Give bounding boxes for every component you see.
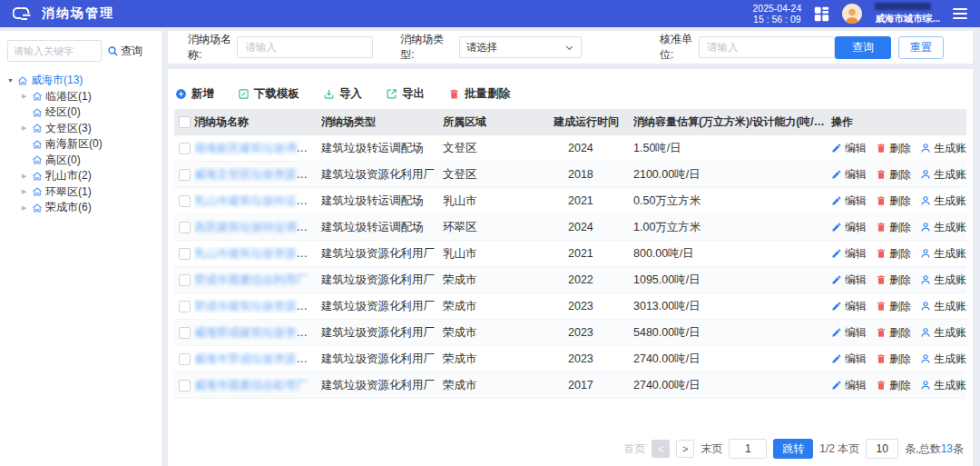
delete-button[interactable]: 删除 bbox=[876, 378, 911, 393]
row-checkbox[interactable] bbox=[179, 380, 191, 392]
generate-account-button[interactable]: 生成账号 bbox=[920, 193, 966, 209]
page-number-input[interactable] bbox=[729, 439, 767, 459]
site-name-link[interactable]: 威海市固废综合处理厂 bbox=[194, 379, 308, 392]
row-checkbox[interactable] bbox=[179, 169, 191, 181]
table-toolbar: 新增 下载模板 导入 导出 批量删除 bbox=[168, 69, 973, 109]
edit-pencil-icon bbox=[831, 143, 842, 154]
import-button[interactable]: 导入 bbox=[323, 86, 362, 102]
tree-node[interactable]: ▼威海市(13) bbox=[7, 73, 154, 89]
sidebar-search-input[interactable] bbox=[7, 40, 102, 62]
tree-node[interactable]: ▶荣成市(6) bbox=[7, 200, 154, 216]
site-name-link[interactable]: 荣成市固废综合利用厂 bbox=[194, 273, 308, 286]
row-checkbox[interactable] bbox=[179, 143, 191, 154]
approve-unit-filter-input[interactable] bbox=[699, 36, 835, 58]
reset-button[interactable]: 重置 bbox=[898, 36, 944, 59]
delete-button[interactable]: 删除 bbox=[876, 299, 911, 314]
caret-right-icon[interactable]: ▶ bbox=[22, 93, 32, 100]
row-checkbox[interactable] bbox=[179, 327, 191, 339]
edit-button[interactable]: 编辑 bbox=[831, 325, 867, 341]
generate-account-button[interactable]: 生成账号 bbox=[920, 220, 966, 235]
download-template-button[interactable]: 下载模板 bbox=[238, 86, 299, 102]
tree-node-label: 高区(0) bbox=[45, 153, 81, 168]
jump-button[interactable]: 跳转 bbox=[773, 439, 813, 459]
row-checkbox[interactable] bbox=[179, 353, 191, 365]
user-info[interactable]: 威海市城市综... bbox=[875, 3, 940, 25]
site-type-select[interactable]: 请选择 bbox=[459, 36, 582, 58]
tree-node[interactable]: ▶临港区(1) bbox=[7, 89, 154, 105]
batch-delete-button[interactable]: 批量删除 bbox=[448, 86, 510, 102]
generate-account-button[interactable]: 生成账号 bbox=[920, 246, 966, 262]
site-name-filter-input[interactable] bbox=[237, 36, 373, 58]
tree-node[interactable]: 高区(0) bbox=[7, 153, 154, 169]
menu-icon[interactable] bbox=[953, 8, 967, 19]
pagination-last[interactable]: 末页 bbox=[701, 441, 722, 457]
edit-button[interactable]: 编辑 bbox=[831, 220, 867, 235]
delete-button[interactable]: 删除 bbox=[876, 273, 911, 288]
tree-node[interactable]: 南海新区(0) bbox=[7, 136, 154, 153]
pagination-next-button[interactable]: > bbox=[676, 440, 694, 458]
delete-button[interactable]: 删除 bbox=[876, 193, 911, 209]
generate-account-button[interactable]: 生成账号 bbox=[920, 167, 966, 183]
site-name-link[interactable]: 南海新区建筑垃圾调配场 bbox=[194, 142, 319, 154]
generate-account-button[interactable]: 生成账号 bbox=[920, 352, 966, 367]
site-name-link[interactable]: 威海荣成建筑垃圾资源化厂 bbox=[194, 326, 321, 339]
caret-right-icon[interactable]: ▶ bbox=[22, 124, 32, 132]
select-all-checkbox[interactable] bbox=[179, 116, 191, 128]
page-size-input[interactable] bbox=[866, 439, 898, 459]
caret-right-icon[interactable]: ▶ bbox=[22, 173, 32, 180]
sidebar-search-button[interactable]: 查询 bbox=[107, 44, 142, 59]
site-name-link[interactable]: 高区建筑垃圾转运调配场一处 bbox=[194, 221, 321, 233]
row-checkbox[interactable] bbox=[179, 274, 191, 286]
row-checkbox[interactable] bbox=[179, 301, 191, 312]
delete-button[interactable]: 删除 bbox=[876, 246, 911, 262]
edit-button[interactable]: 编辑 bbox=[831, 273, 867, 288]
delete-button[interactable]: 删除 bbox=[876, 352, 911, 367]
generate-account-button[interactable]: 生成账号 bbox=[920, 378, 966, 393]
generate-account-button[interactable]: 生成账号 bbox=[920, 325, 966, 341]
generate-account-button[interactable]: 生成账号 bbox=[920, 141, 966, 156]
edit-button[interactable]: 编辑 bbox=[831, 167, 867, 183]
col-region: 所属区域 bbox=[443, 114, 554, 130]
pagination-first[interactable]: 首页 bbox=[623, 441, 645, 457]
page-title: 消纳场管理 bbox=[42, 5, 114, 22]
pagination-prev-button[interactable]: < bbox=[652, 440, 670, 458]
user-avatar[interactable] bbox=[842, 4, 862, 24]
export-button[interactable]: 导出 bbox=[386, 86, 425, 102]
edit-button[interactable]: 编辑 bbox=[831, 299, 867, 314]
caret-right-icon[interactable]: ▶ bbox=[22, 204, 32, 212]
cell-region: 荣成市 bbox=[443, 273, 554, 288]
add-button[interactable]: 新增 bbox=[175, 86, 214, 102]
edit-button[interactable]: 编辑 bbox=[831, 352, 867, 367]
row-checkbox[interactable] bbox=[179, 248, 191, 260]
row-checkbox[interactable] bbox=[179, 222, 191, 233]
cell-region: 荣成市 bbox=[443, 299, 554, 314]
delete-button[interactable]: 删除 bbox=[876, 167, 911, 183]
tree-node[interactable]: ▶文登区(3) bbox=[7, 121, 154, 137]
site-name-link[interactable]: 乳山市建筑垃圾资源化利用厂 bbox=[194, 247, 321, 260]
caret-down-icon[interactable]: ▼ bbox=[7, 77, 17, 84]
delete-button[interactable]: 删除 bbox=[876, 220, 911, 235]
delete-button[interactable]: 删除 bbox=[876, 141, 911, 156]
query-button[interactable]: 查询 bbox=[835, 36, 891, 59]
filter-bar: 消纳场名称: 消纳场类型: 请选择 核准单位: 查询 重置 bbox=[168, 31, 973, 64]
generate-account-button[interactable]: 生成账号 bbox=[920, 299, 966, 314]
col-capacity: 消纳容量估算(万立方米)/设计能力(吨/日) bbox=[633, 114, 831, 130]
edit-button[interactable]: 编辑 bbox=[831, 378, 867, 393]
tree-node[interactable]: ▶乳山市(2) bbox=[7, 168, 154, 184]
delete-button[interactable]: 删除 bbox=[876, 325, 911, 341]
edit-button[interactable]: 编辑 bbox=[831, 141, 867, 156]
tree-node[interactable]: ▶环翠区(1) bbox=[7, 184, 154, 201]
site-name-link[interactable]: 荣成市建筑垃圾资源化利用厂 bbox=[194, 300, 321, 312]
edit-pencil-icon bbox=[831, 301, 842, 312]
edit-button[interactable]: 编辑 bbox=[831, 193, 867, 209]
tree-node-label: 环翠区(1) bbox=[45, 184, 92, 200]
caret-right-icon[interactable]: ▶ bbox=[22, 188, 32, 195]
site-name-link[interactable]: 威海市荣成垃圾资源化利用厂 bbox=[194, 352, 321, 365]
generate-account-button[interactable]: 生成账号 bbox=[920, 273, 966, 288]
site-name-link[interactable]: 威海文登区垃圾资源化利用厂 bbox=[194, 168, 321, 181]
apps-grid-icon[interactable] bbox=[814, 6, 829, 22]
edit-button[interactable]: 编辑 bbox=[831, 246, 867, 262]
row-checkbox[interactable] bbox=[179, 195, 191, 207]
tree-node[interactable]: 经区(0) bbox=[7, 104, 154, 121]
site-name-link[interactable]: 乳山市建筑垃圾转运调配场 bbox=[194, 194, 321, 207]
